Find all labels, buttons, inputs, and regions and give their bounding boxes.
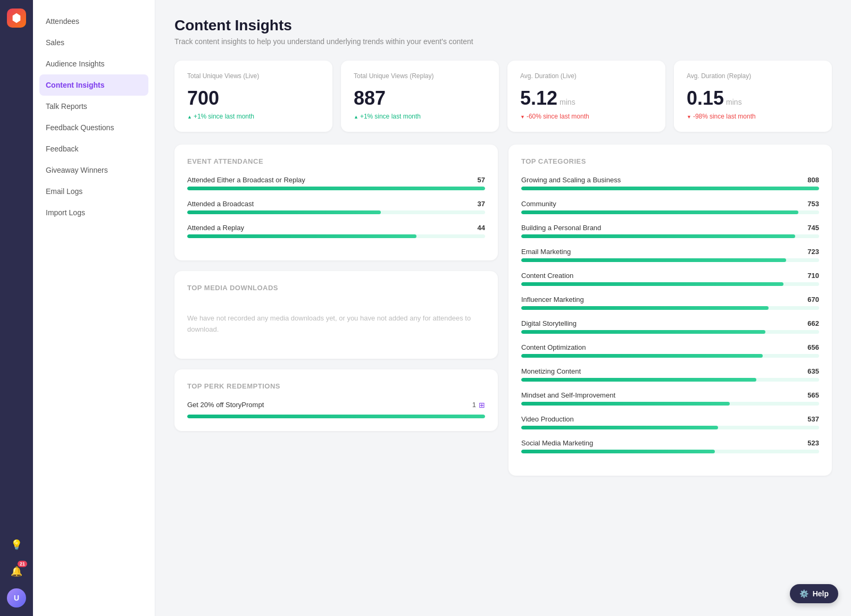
sidebar-item-import-logs[interactable]: Import Logs	[33, 202, 155, 223]
notification-badge: 21	[18, 561, 27, 567]
icon-bar: 💡 🔔 21 U	[0, 0, 33, 616]
sidebar-item-email-logs[interactable]: Email Logs	[33, 181, 155, 202]
stat-arrow	[187, 113, 192, 120]
cat-bar-fill	[521, 378, 756, 382]
stat-change-pct: +1%	[194, 113, 206, 120]
stat-value: 700	[187, 87, 320, 109]
sidebar-item-feedback[interactable]: Feedback	[33, 138, 155, 159]
user-avatar[interactable]: U	[7, 588, 26, 607]
bar-fill	[187, 234, 416, 238]
top-categories-card: Top Categories Growing and Scaling a Bus…	[508, 145, 832, 476]
sidebar-item-content-insights[interactable]: Content Insights	[39, 74, 148, 96]
main-content: Content Insights Track content insights …	[155, 0, 851, 616]
top-categories-title: Top Categories	[521, 157, 819, 165]
stat-change-suffix: since last month	[374, 113, 421, 120]
cat-bar-fill	[521, 402, 730, 406]
attendance-row: Attended a Broadcast 37	[187, 200, 485, 214]
category-row: Email Marketing 723	[521, 248, 819, 262]
ideas-icon[interactable]: 💡	[7, 535, 26, 554]
event-attendance-card: Event Attendance Attended Either a Broad…	[174, 145, 498, 260]
top-perk-redemptions-card: Top Perk Redemptions Get 20% off StoryPr…	[174, 369, 498, 431]
category-row: Influencer Marketing 670	[521, 296, 819, 310]
sidebar-item-talk-reports[interactable]: Talk Reports	[33, 96, 155, 117]
media-downloads-empty: We have not recorded any media downloads…	[187, 302, 485, 346]
category-row: Digital Storytelling 662	[521, 319, 819, 334]
app-logo[interactable]	[7, 9, 26, 28]
cat-value: 565	[807, 391, 819, 399]
perk-bar-fill	[187, 415, 485, 418]
bar-value: 57	[478, 176, 485, 184]
cat-value: 745	[807, 224, 819, 232]
cat-label: Monetizing Content	[521, 367, 581, 375]
stat-change: +1% since last month	[187, 113, 320, 120]
stat-value: 887	[354, 87, 486, 109]
stat-change-suffix: since last month	[208, 113, 254, 120]
stat-change-pct: -98%	[693, 113, 708, 120]
category-row: Content Creation 710	[521, 272, 819, 286]
stat-change: +1% since last month	[354, 113, 486, 120]
stat-change-pct: +1%	[360, 113, 373, 120]
sidebar-item-feedback-questions[interactable]: Feedback Questions	[33, 117, 155, 138]
cat-label: Digital Storytelling	[521, 319, 577, 327]
cat-value: 753	[807, 200, 819, 208]
stat-card-total-unique-views-replay: Total Unique Views (Replay) 887 +1% sinc…	[341, 61, 499, 132]
perk-row: Get 20% off StoryPrompt 1 ⊞	[187, 401, 485, 418]
stat-arrow	[687, 113, 691, 120]
attendance-row: Attended Either a Broadcast or Replay 57	[187, 176, 485, 190]
cat-label: Content Optimization	[521, 343, 586, 351]
cat-value: 656	[807, 343, 819, 351]
cat-bar-track	[521, 282, 819, 286]
sidebar-item-audience-insights[interactable]: Audience Insights	[33, 53, 155, 74]
sidebar-item-attendees[interactable]: Attendees	[33, 11, 155, 32]
bar-value: 37	[478, 200, 485, 208]
cat-bar-fill	[521, 282, 783, 286]
help-label: Help	[813, 589, 829, 598]
cat-value: 723	[807, 248, 819, 256]
cat-bar-track	[521, 210, 819, 214]
category-row: Building a Personal Brand 745	[521, 224, 819, 238]
perk-bar-track	[187, 415, 485, 418]
category-row: Video Production 537	[521, 415, 819, 429]
bar-label: Attended a Replay	[187, 224, 244, 232]
stat-value: 0.15 mins	[687, 87, 819, 109]
cat-bar-fill	[521, 258, 786, 262]
bar-label: Attended a Broadcast	[187, 200, 254, 208]
cat-label: Email Marketing	[521, 248, 571, 256]
cat-label: Community	[521, 200, 556, 208]
help-icon: ⚙️	[799, 589, 808, 598]
category-row: Community 753	[521, 200, 819, 214]
cat-label: Mindset and Self-Improvement	[521, 391, 615, 399]
bar-label: Attended Either a Broadcast or Replay	[187, 176, 305, 184]
cat-bar-fill	[521, 426, 718, 429]
page-title: Content Insights	[174, 17, 832, 34]
cat-bar-fill	[521, 187, 819, 190]
cat-label: Social Media Marketing	[521, 439, 593, 447]
stat-change: -60% since last month	[520, 113, 653, 120]
sidebar: AttendeesSalesAudience InsightsContent I…	[33, 0, 155, 616]
notifications-icon[interactable]: 🔔 21	[7, 562, 26, 581]
sidebar-item-sales[interactable]: Sales	[33, 32, 155, 53]
cat-label: Influencer Marketing	[521, 296, 584, 303]
category-row: Monetizing Content 635	[521, 367, 819, 382]
cat-value: 670	[807, 296, 819, 303]
cat-bar-track	[521, 354, 819, 358]
perk-count: 1 ⊞	[472, 401, 485, 409]
cat-value: 808	[807, 176, 819, 184]
category-row: Mindset and Self-Improvement 565	[521, 391, 819, 406]
cat-bar-track	[521, 378, 819, 382]
cat-bar-track	[521, 187, 819, 190]
category-row: Content Optimization 656	[521, 343, 819, 358]
help-button[interactable]: ⚙️ Help	[790, 584, 838, 603]
cat-label: Growing and Scaling a Business	[521, 176, 621, 184]
stat-value: 5.12 mins	[520, 87, 653, 109]
stat-change-pct: -60%	[527, 113, 541, 120]
cat-bar-track	[521, 306, 819, 310]
stat-label: Avg. Duration (Live)	[520, 72, 653, 80]
left-column: Event Attendance Attended Either a Broad…	[174, 145, 498, 476]
category-row: Social Media Marketing 523	[521, 439, 819, 453]
cat-bar-fill	[521, 450, 715, 453]
cat-bar-track	[521, 330, 819, 334]
cat-bar-fill	[521, 234, 795, 238]
bar-track	[187, 210, 485, 214]
sidebar-item-giveaway-winners[interactable]: Giveaway Winners	[33, 159, 155, 181]
